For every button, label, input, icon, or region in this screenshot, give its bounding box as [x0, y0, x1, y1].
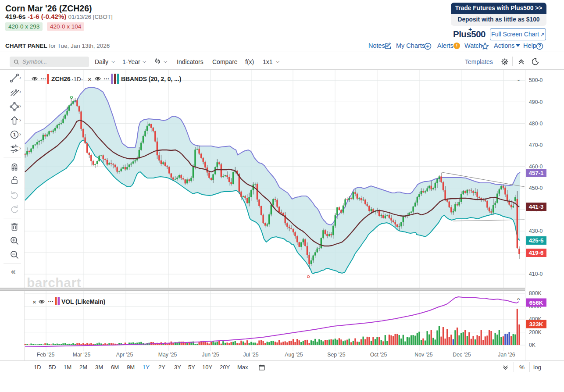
svg-text:VOL (LikeMain): VOL (LikeMain): [61, 299, 105, 305]
svg-text:⋯: ⋯: [104, 75, 109, 82]
svg-text:barchart: barchart: [27, 275, 81, 290]
svg-text:⋯: ⋯: [40, 75, 46, 82]
svg-text:457-1: 457-1: [529, 170, 544, 176]
svg-text:410-0: 410-0: [529, 271, 543, 277]
svg-text:419-6: 419-6: [529, 249, 544, 256]
svg-text:⋯: ⋯: [48, 298, 54, 305]
svg-text:May '25: May '25: [158, 352, 177, 358]
svg-text:425-5: 425-5: [529, 237, 544, 244]
svg-text:×: ×: [88, 75, 92, 83]
svg-text:480-0: 480-0: [529, 121, 543, 127]
svg-text:200K: 200K: [529, 329, 542, 335]
svg-text:430-0: 430-0: [529, 228, 543, 234]
svg-text:441-3: 441-3: [529, 203, 544, 210]
svg-text:0K: 0K: [529, 342, 536, 348]
svg-text:Nov '25: Nov '25: [414, 352, 432, 358]
svg-text:Sep '25: Sep '25: [327, 352, 345, 358]
svg-text:450-0: 450-0: [529, 185, 543, 191]
svg-text:BBANDS (20, 2, 0, ...): BBANDS (20, 2, 0, ...): [121, 76, 181, 82]
svg-text:Aug '25: Aug '25: [285, 352, 303, 358]
svg-text:×: ×: [32, 298, 36, 306]
svg-text:ZCH26: ZCH26: [51, 76, 71, 82]
svg-text:323K: 323K: [529, 321, 543, 328]
svg-text:460-0: 460-0: [529, 164, 543, 170]
svg-text:490-0: 490-0: [529, 99, 543, 105]
svg-text:Jul '25: Jul '25: [243, 352, 258, 358]
svg-text:Feb '25: Feb '25: [37, 352, 55, 358]
svg-text:Oct '25: Oct '25: [370, 352, 387, 358]
svg-text:·1D·: ·1D·: [71, 76, 83, 82]
svg-text:Apr '25: Apr '25: [116, 352, 133, 358]
svg-text:470-0: 470-0: [529, 142, 543, 148]
svg-text:⌄: ⌄: [516, 76, 521, 82]
svg-text:500-0: 500-0: [529, 77, 543, 83]
svg-text:Jan '26: Jan '26: [498, 352, 515, 358]
svg-text:Jun '25: Jun '25: [202, 352, 219, 358]
svg-text:800K: 800K: [529, 290, 542, 296]
svg-text:656K: 656K: [529, 299, 543, 306]
svg-text:Dec '25: Dec '25: [453, 352, 471, 358]
svg-text:Mar '25: Mar '25: [73, 352, 91, 358]
